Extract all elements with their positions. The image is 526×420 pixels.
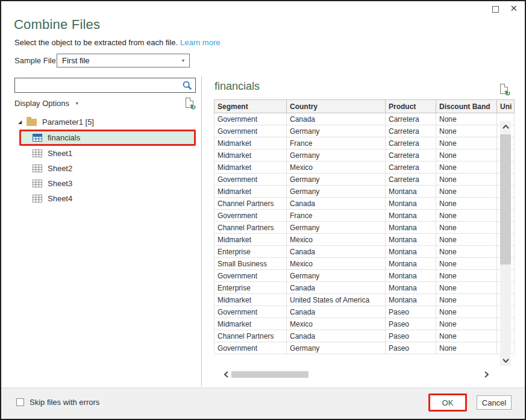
table-cell: Channel Partners xyxy=(214,198,287,210)
table-icon xyxy=(33,134,42,142)
sheet-icon xyxy=(33,180,42,187)
table-cell: Channel Partners xyxy=(214,330,287,342)
ok-button[interactable]: OK xyxy=(430,395,465,410)
page-title: Combine Files xyxy=(14,17,100,33)
table-cell: Paseo xyxy=(386,330,436,342)
search-icon[interactable] xyxy=(182,80,193,91)
panel-splitter[interactable] xyxy=(201,76,202,386)
table-cell: Midmarket xyxy=(214,294,287,306)
table-cell: Channel Partners xyxy=(214,222,287,234)
table-cell: Canada xyxy=(287,113,386,125)
tree-item-label: financials xyxy=(48,133,80,142)
tree-item-label: Parameter1 [5] xyxy=(42,118,94,127)
refresh-arrows-icon: ↻ xyxy=(504,90,510,97)
table-cell: Government xyxy=(214,174,287,186)
table-cell: Montana xyxy=(386,198,436,210)
table-row: MidmarketFranceCarreteraNone xyxy=(214,137,515,149)
skip-files-label: Skip files with errors xyxy=(30,398,99,407)
sheet-icon xyxy=(33,149,42,157)
table-cell: Canada xyxy=(287,246,386,258)
table-cell: Enterprise xyxy=(214,282,287,294)
table-cell: None xyxy=(436,342,497,354)
table-cell: Mexico xyxy=(287,318,386,330)
table-cell: Montana xyxy=(386,186,436,198)
table-cell: None xyxy=(436,186,497,198)
horizontal-scrollbar[interactable] xyxy=(214,369,514,380)
table-cell: None xyxy=(436,125,497,137)
horizontal-scrollbar-thumb[interactable] xyxy=(231,371,308,378)
tree-item-sheet2[interactable]: Sheet2 xyxy=(14,161,196,176)
cancel-button[interactable]: Cancel xyxy=(477,395,512,410)
table-cell: Canada xyxy=(287,282,386,294)
refresh-preview-icon[interactable]: ↻ xyxy=(500,84,508,94)
table-cell: Montana xyxy=(386,258,436,270)
vertical-scrollbar-thumb[interactable] xyxy=(500,134,511,265)
combine-files-dialog: ✕ Combine Files Select the object to be … xyxy=(0,0,526,420)
table-cell: Canada xyxy=(287,330,386,342)
vertical-scrollbar[interactable] xyxy=(500,121,511,366)
table-cell: Montana xyxy=(386,270,436,282)
table-cell: France xyxy=(287,137,386,149)
tree-item-label: Sheet2 xyxy=(48,164,72,173)
table-cell: Montana xyxy=(386,222,436,234)
tree-item-financials[interactable]: financials xyxy=(19,130,196,146)
table-cell: Montana xyxy=(386,234,436,246)
table-row: MidmarketUnited States of AmericaMontana… xyxy=(214,294,515,306)
learn-more-link[interactable]: Learn more xyxy=(180,38,220,47)
table-row: Small BusinessMexicoMontanaNone xyxy=(214,258,515,270)
table-row: EnterpriseCanadaMontanaNone xyxy=(214,282,515,294)
tree-item-sheet1[interactable]: Sheet1 xyxy=(14,146,196,161)
refresh-arrows-icon: ↻ xyxy=(190,104,196,111)
table-cell: None xyxy=(436,258,497,270)
table-row: MidmarketMexicoMontanaNone xyxy=(214,234,515,246)
table-cell: Germany xyxy=(287,149,386,161)
table-cell: Germany xyxy=(287,222,386,234)
display-options-button[interactable]: Display Options ▾ xyxy=(14,99,78,108)
column-header: Discount Band xyxy=(436,100,497,113)
table-cell: Germany xyxy=(287,125,386,137)
dialog-subtitle: Select the object to be extracted from e… xyxy=(14,38,220,47)
table-cell: Montana xyxy=(386,210,436,222)
table-cell: Midmarket xyxy=(214,318,287,330)
table-cell: Canada xyxy=(287,198,386,210)
sample-file-label: Sample File: xyxy=(14,56,58,65)
maximize-icon[interactable] xyxy=(492,6,499,13)
scroll-down-icon[interactable] xyxy=(500,355,511,366)
table-cell: Enterprise xyxy=(214,246,287,258)
tree-item-label: Sheet4 xyxy=(48,194,72,203)
table-cell: None xyxy=(436,198,497,210)
table-cell: None xyxy=(436,234,497,246)
tree-item-parameter1-5[interactable]: ◢Parameter1 [5] xyxy=(14,114,196,130)
table-row: Channel PartnersGermanyMontanaNone xyxy=(214,222,515,234)
table-row: GovernmentGermanyCarreteraNone xyxy=(214,174,515,186)
table-row: GovernmentFranceMontanaNone xyxy=(214,210,515,222)
sample-file-dropdown[interactable]: First file ▾ xyxy=(57,54,190,67)
table-header-row: SegmentCountryProductDiscount BandUni xyxy=(214,100,515,113)
scroll-up-icon[interactable] xyxy=(500,121,511,132)
table-row: GovernmentGermanyPaseoNone xyxy=(214,342,515,354)
tree-expander-icon[interactable]: ◢ xyxy=(18,119,27,125)
tree-item-sheet4[interactable]: Sheet4 xyxy=(14,191,196,206)
table-cell: Canada xyxy=(287,306,386,318)
table-cell: None xyxy=(436,149,497,161)
table-row: GovernmentCanadaCarreteraNone xyxy=(214,113,515,125)
tree-item-sheet3[interactable]: Sheet3 xyxy=(14,176,196,191)
table-cell: Montana xyxy=(386,246,436,258)
table-cell: Mexico xyxy=(287,161,386,174)
table-row: MidmarketGermanyMontanaNone xyxy=(214,186,515,198)
folder-icon xyxy=(27,119,37,126)
table-cell: Germany xyxy=(287,186,386,198)
navigator-tree: ◢Parameter1 [5] financials Sheet1 Sheet2… xyxy=(14,114,196,206)
table-cell: Germany xyxy=(287,342,386,354)
skip-files-checkbox[interactable] xyxy=(16,398,24,406)
table-row: GovernmentGermanyMontanaNone xyxy=(214,270,515,282)
search-input[interactable] xyxy=(15,79,182,92)
scroll-right-icon[interactable] xyxy=(481,369,491,380)
close-icon[interactable]: ✕ xyxy=(510,4,518,13)
scroll-left-icon[interactable] xyxy=(221,369,231,380)
table-cell: Paseo xyxy=(386,342,436,354)
table-cell: Government xyxy=(214,125,287,137)
table-cell: Government xyxy=(214,306,287,318)
refresh-preview-icon[interactable]: ↻ xyxy=(186,98,193,108)
table-cell: Government xyxy=(214,210,287,222)
